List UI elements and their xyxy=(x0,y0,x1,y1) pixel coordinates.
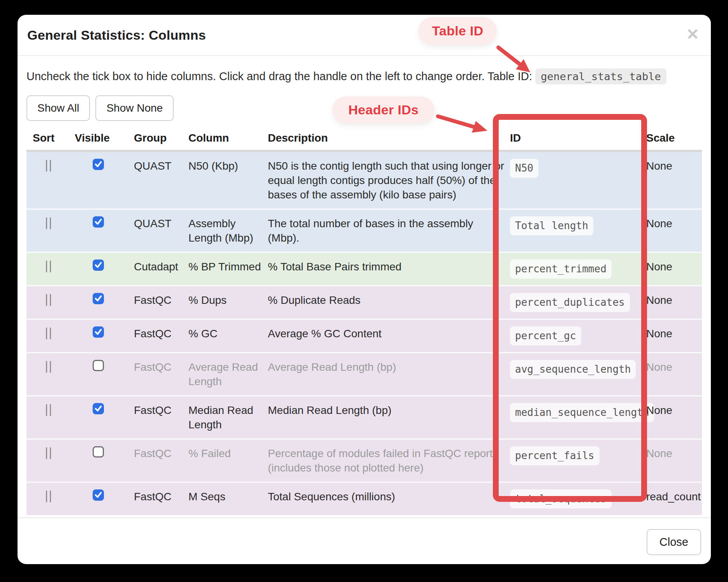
id-chip: Total length xyxy=(510,216,593,235)
screenshot-canvas: General Statistics: Columns ✕ Uncheck th… xyxy=(0,0,728,582)
visible-cell xyxy=(74,438,132,482)
drag-handle-icon[interactable] xyxy=(46,447,51,459)
description-cell: % Total Base Pairs trimmed xyxy=(266,252,508,285)
drag-handle-icon[interactable] xyxy=(46,160,51,172)
scale-cell: read_count xyxy=(644,482,702,515)
header-scale: Scale xyxy=(644,127,702,152)
id-chip: total_sequences xyxy=(510,489,612,508)
scale-cell: None xyxy=(644,319,702,352)
drag-handle-icon[interactable] xyxy=(46,261,51,272)
table-row: FastQCMedian Read LengthMedian Read Leng… xyxy=(26,395,702,438)
group-cell: FastQC xyxy=(132,438,186,482)
description-cell: Total Sequences (millions) xyxy=(266,482,508,515)
id-cell: percent_duplicates xyxy=(508,285,644,319)
sort-cell xyxy=(26,395,74,438)
checkbox-unchecked[interactable] xyxy=(93,446,104,458)
checkbox-checked[interactable] xyxy=(93,489,104,501)
column-cell: N50 (Kbp) xyxy=(186,152,266,209)
scale-cell: None xyxy=(644,438,702,482)
checkbox-checked[interactable] xyxy=(93,216,104,228)
visible-cell xyxy=(74,482,132,515)
table-row: FastQC% GCAverage % GC Contentpercent_gc… xyxy=(26,319,702,352)
visible-cell xyxy=(74,152,132,209)
drag-handle-icon[interactable] xyxy=(46,491,51,502)
id-cell: percent_gc xyxy=(508,319,644,352)
id-cell: percent_trimmed xyxy=(508,252,644,285)
group-cell: Cutadapt xyxy=(132,252,186,285)
id-chip: percent_fails xyxy=(510,446,600,465)
header-id: ID xyxy=(508,127,644,152)
group-cell: FastQC xyxy=(132,352,186,395)
table-id-annotation-badge: Table ID xyxy=(419,17,497,45)
table-row: QUASTN50 (Kbp)N50 is the contig length s… xyxy=(26,152,702,209)
description-cell: Median Read Length (bp) xyxy=(266,395,508,438)
sort-cell xyxy=(26,209,74,252)
table-row: QUASTAssembly Length (Mbp)The total numb… xyxy=(26,209,702,252)
checkbox-checked[interactable] xyxy=(93,326,104,338)
checkbox-checked[interactable] xyxy=(93,259,104,271)
scale-cell: None xyxy=(644,209,702,252)
id-cell: N50 xyxy=(508,152,644,209)
modal-footer: Close xyxy=(18,517,711,564)
modal-title: General Statistics: Columns xyxy=(27,28,206,43)
column-cell: M Seqs xyxy=(186,482,266,515)
visible-cell xyxy=(74,209,132,252)
checkbox-checked[interactable] xyxy=(93,159,104,170)
id-chip: percent_duplicates xyxy=(510,293,630,312)
close-icon[interactable]: ✕ xyxy=(686,26,699,42)
id-chip: percent_trimmed xyxy=(510,259,612,279)
table-row: FastQC% Dups% Duplicate Readspercent_dup… xyxy=(26,285,702,319)
visible-cell xyxy=(74,352,132,395)
column-cell: % Failed xyxy=(186,438,266,482)
checkbox-unchecked[interactable] xyxy=(93,360,104,371)
modal-body: Uncheck the tick box to hide columns. Cl… xyxy=(18,70,711,515)
group-cell: FastQC xyxy=(132,482,186,515)
drag-handle-icon[interactable] xyxy=(46,294,51,306)
column-cell: Average Read Length xyxy=(186,352,266,395)
sort-cell xyxy=(26,285,74,319)
sort-cell xyxy=(26,482,74,515)
columns-table-body: QUASTN50 (Kbp)N50 is the contig length s… xyxy=(26,152,702,515)
drag-handle-icon[interactable] xyxy=(46,361,51,373)
id-cell: median_sequence_length xyxy=(508,395,644,438)
id-cell: percent_fails xyxy=(508,438,644,482)
instructions-text: Uncheck the tick box to hide columns. Cl… xyxy=(26,70,702,83)
description-cell: N50 is the contig length such that using… xyxy=(266,152,508,209)
visible-cell xyxy=(74,285,132,319)
table-row: Cutadapt% BP Trimmed% Total Base Pairs t… xyxy=(26,252,702,285)
scale-cell: None xyxy=(644,152,702,209)
description-cell: Percentage of modules failed in FastQC r… xyxy=(266,438,508,482)
group-cell: FastQC xyxy=(132,395,186,438)
sort-cell xyxy=(26,252,74,285)
column-cell: Assembly Length (Mbp) xyxy=(186,209,266,252)
instructions-label: Uncheck the tick box to hide columns. Cl… xyxy=(26,70,532,82)
table-id-code: general_stats_table xyxy=(535,68,666,84)
header-column: Column xyxy=(186,127,266,152)
sort-cell xyxy=(26,438,74,482)
scale-cell: None xyxy=(644,252,702,285)
group-cell: FastQC xyxy=(132,319,186,352)
description-cell: % Duplicate Reads xyxy=(266,285,508,319)
checkbox-checked[interactable] xyxy=(93,403,104,414)
table-header-row: Sort Visible Group Column Description ID… xyxy=(26,127,702,152)
checkbox-checked[interactable] xyxy=(93,293,104,304)
drag-handle-icon[interactable] xyxy=(46,328,51,339)
visible-cell xyxy=(74,395,132,438)
column-cell: % BP Trimmed xyxy=(186,252,266,285)
show-none-button[interactable]: Show None xyxy=(95,95,174,121)
id-cell: total_sequences xyxy=(508,482,644,515)
table-row: FastQCM SeqsTotal Sequences (millions)to… xyxy=(26,482,702,515)
sort-cell xyxy=(26,152,74,209)
visible-cell xyxy=(74,252,132,285)
id-chip: N50 xyxy=(510,159,538,178)
column-cell: Median Read Length xyxy=(186,395,266,438)
drag-handle-icon[interactable] xyxy=(46,404,51,416)
close-button[interactable]: Close xyxy=(647,529,701,555)
show-all-button[interactable]: Show All xyxy=(26,95,90,121)
modal-header: General Statistics: Columns ✕ xyxy=(18,15,711,56)
table-row: FastQC% FailedPercentage of modules fail… xyxy=(26,438,702,482)
drag-handle-icon[interactable] xyxy=(46,217,51,229)
id-cell: avg_sequence_length xyxy=(508,352,644,395)
description-cell: Average % GC Content xyxy=(266,319,508,352)
scale-cell: None xyxy=(644,285,702,319)
